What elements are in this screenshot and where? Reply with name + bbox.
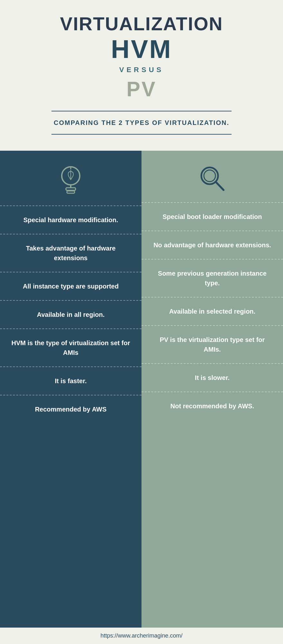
hvm-cell-6: Recommended by AWS bbox=[0, 395, 142, 423]
hvm-cell-4: HVM is the type of virtualization set fo… bbox=[0, 328, 142, 366]
pv-column: Special boot loader modification No adva… bbox=[142, 151, 283, 628]
pv-icon-area bbox=[190, 151, 235, 202]
hvm-cell-2: All instance type are supported bbox=[0, 272, 142, 300]
divider-bottom bbox=[51, 134, 232, 135]
pv-cell-2: Some previous generation instance type. bbox=[142, 259, 283, 297]
subtitle: COMPARING THE 2 TYPES OF VIRTUALIZATION. bbox=[34, 115, 249, 131]
pv-cell-4: PV is the virtualization type set for AM… bbox=[142, 325, 283, 363]
hvm-cell-3: Available in all region. bbox=[0, 300, 142, 328]
pv-cell-5: It is slower. bbox=[142, 363, 283, 392]
footer: https://www.archerimagine.com/ bbox=[0, 628, 283, 644]
magnifier-icon bbox=[196, 164, 228, 196]
svg-point-7 bbox=[204, 170, 215, 182]
title-pv: PV bbox=[126, 77, 156, 101]
hvm-column: Special hardware modification. Takes adv… bbox=[0, 151, 142, 628]
svg-line-8 bbox=[216, 182, 224, 190]
svg-rect-3 bbox=[67, 191, 75, 193]
versus-text: VERSUS bbox=[119, 66, 164, 74]
pv-cell-6: Not recommended by AWS. bbox=[142, 392, 283, 420]
svg-rect-2 bbox=[66, 188, 76, 190]
pv-cell-3: Available in selected region. bbox=[142, 297, 283, 325]
title-hvm: HVM bbox=[111, 34, 172, 64]
hvm-cell-5: It is faster. bbox=[0, 366, 142, 395]
hvm-cell-0: Special hardware modification. bbox=[0, 205, 142, 234]
divider-top bbox=[51, 111, 232, 111]
header-section: VIRTUALIZATION HVM VERSUS PV COMPARING T… bbox=[0, 0, 283, 151]
comparison-table: Special hardware modification. Takes adv… bbox=[0, 151, 283, 628]
footer-url: https://www.archerimagine.com/ bbox=[100, 632, 182, 639]
hvm-cell-1: Takes advantage of hardware extensions bbox=[0, 234, 142, 272]
pv-cell-1: No advantage of hardware extensions. bbox=[142, 231, 283, 259]
title-virtualization: VIRTUALIZATION bbox=[60, 13, 223, 34]
pv-cell-0: Special boot loader modification bbox=[142, 202, 283, 231]
hvm-icon-area bbox=[50, 151, 92, 205]
lightbulb-icon bbox=[56, 164, 85, 199]
